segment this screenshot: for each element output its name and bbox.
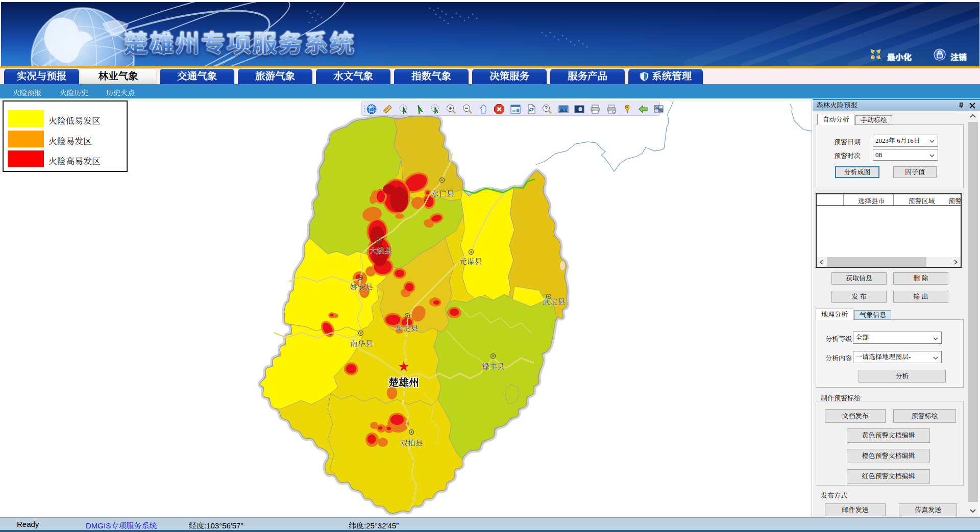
svg-text:牟定县: 牟定县 bbox=[395, 324, 418, 333]
svg-text:禄丰县: 禄丰县 bbox=[481, 363, 504, 371]
svg-text:元谋县: 元谋县 bbox=[459, 258, 482, 266]
svg-text:双柏县: 双柏县 bbox=[400, 439, 423, 447]
svg-text:大姚县: 大姚县 bbox=[369, 247, 392, 255]
svg-text:永仁县: 永仁县 bbox=[431, 190, 454, 198]
svg-text:姚安县: 姚安县 bbox=[350, 283, 373, 291]
svg-text:楚雄州: 楚雄州 bbox=[388, 377, 419, 388]
svg-text:武定县: 武定县 bbox=[542, 298, 565, 306]
svg-text:?: ? bbox=[545, 106, 548, 111]
svg-text:南华县: 南华县 bbox=[350, 340, 373, 348]
